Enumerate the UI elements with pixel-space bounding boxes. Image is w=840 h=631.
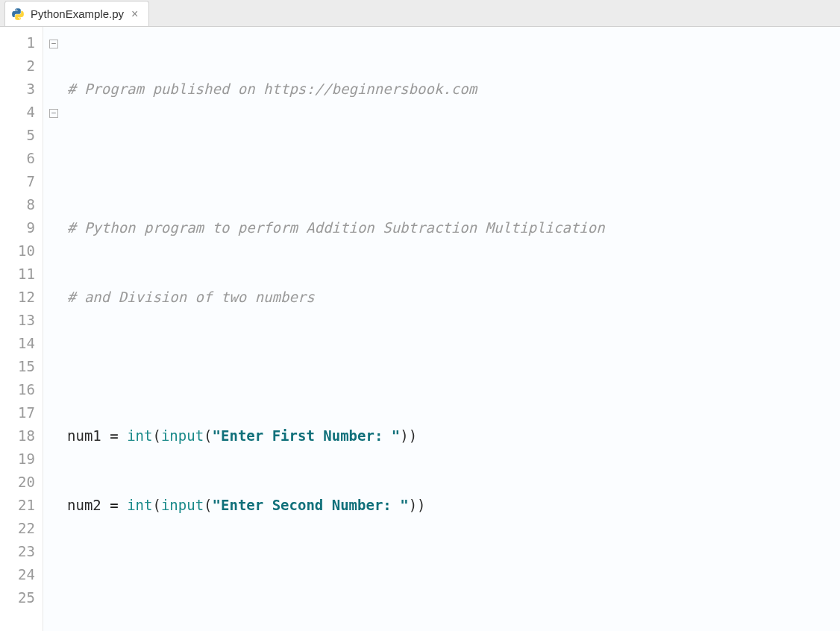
fold-spacer — [43, 239, 64, 263]
file-tab[interactable]: PythonExample.py × — [4, 1, 149, 26]
fold-spacer — [43, 540, 64, 563]
fold-spacer — [43, 517, 64, 540]
line-number: 21 — [0, 494, 35, 517]
line-number: 12 — [0, 286, 35, 309]
line-number: 13 — [0, 309, 35, 332]
line-number: 20 — [0, 471, 35, 494]
fold-spacer — [43, 563, 64, 586]
line-number: 23 — [0, 540, 35, 563]
fold-spacer — [43, 401, 64, 424]
fold-spacer — [43, 78, 64, 101]
fold-spacer — [43, 332, 64, 355]
line-number: 5 — [0, 124, 35, 147]
fold-spacer — [43, 424, 64, 448]
fold-spacer — [43, 586, 64, 609]
line-number: 9 — [0, 216, 35, 239]
fold-spacer — [43, 54, 64, 78]
line-number: 10 — [0, 239, 35, 263]
code-line: # Python program to perform Addition Sub… — [67, 216, 840, 239]
line-number: 18 — [0, 424, 35, 448]
fold-toggle[interactable]: − — [43, 31, 64, 54]
fold-spacer — [43, 263, 64, 286]
line-number: 2 — [0, 54, 35, 78]
fold-spacer — [43, 309, 64, 332]
fold-spacer — [43, 124, 64, 147]
fold-spacer — [43, 170, 64, 193]
line-number: 22 — [0, 517, 35, 540]
fold-spacer — [43, 494, 64, 517]
code-line — [67, 563, 840, 586]
fold-spacer — [43, 448, 64, 471]
fold-spacer — [43, 471, 64, 494]
code-area[interactable]: # Program published on https://beginners… — [64, 27, 840, 631]
line-number: 1 — [0, 31, 35, 54]
code-line: # and Division of two numbers — [67, 286, 840, 309]
fold-spacer — [43, 147, 64, 170]
line-number: 17 — [0, 401, 35, 424]
fold-spacer — [43, 378, 64, 401]
fold-spacer — [43, 193, 64, 216]
fold-toggle[interactable]: − — [43, 101, 64, 124]
code-line — [67, 147, 840, 170]
fold-column: − − — [43, 27, 64, 631]
line-number: 15 — [0, 355, 35, 378]
python-icon — [11, 7, 25, 21]
fold-spacer — [43, 286, 64, 309]
line-number: 4 — [0, 101, 35, 124]
editor-tabbar: PythonExample.py × — [0, 0, 840, 27]
line-number: 24 — [0, 563, 35, 586]
line-number: 11 — [0, 263, 35, 286]
line-number: 25 — [0, 586, 35, 609]
line-number-gutter: 1234567891011121314151617181920212223242… — [0, 27, 43, 631]
fold-spacer — [43, 216, 64, 239]
line-number: 8 — [0, 193, 35, 216]
line-number: 7 — [0, 170, 35, 193]
line-number: 6 — [0, 147, 35, 170]
file-tab-label: PythonExample.py — [31, 7, 124, 20]
code-line: num2 = int(input("Enter Second Number: "… — [67, 494, 840, 517]
close-icon[interactable]: × — [130, 8, 140, 20]
code-line: num1 = int(input("Enter First Number: ")… — [67, 424, 840, 448]
code-editor[interactable]: 1234567891011121314151617181920212223242… — [0, 27, 840, 631]
line-number: 16 — [0, 378, 35, 401]
code-line — [67, 355, 840, 378]
line-number: 3 — [0, 78, 35, 101]
line-number: 19 — [0, 448, 35, 471]
line-number: 14 — [0, 332, 35, 355]
code-line: # Program published on https://beginners… — [67, 78, 840, 101]
fold-spacer — [43, 355, 64, 378]
